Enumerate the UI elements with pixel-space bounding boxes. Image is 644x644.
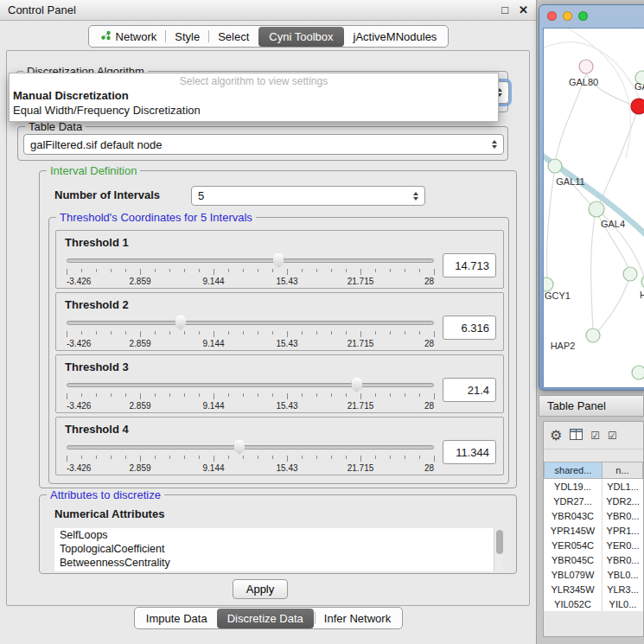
table-row[interactable]: YDR27...YDR2... (544, 494, 643, 508)
network-node[interactable] (623, 267, 637, 281)
group-title: Attributes to discretize (47, 488, 164, 501)
slider-tick-label: -3.426 (67, 339, 91, 348)
table-row[interactable]: YIL052CYIL0... (544, 596, 643, 611)
tab-jactivemodules[interactable]: jActiveMNodules (345, 29, 446, 45)
attribute-item[interactable]: TopologicalCoefficient (54, 542, 503, 556)
slider-track (67, 383, 434, 387)
slider-handle[interactable] (175, 316, 186, 330)
tab-label: Infer Network (324, 612, 391, 625)
select-columns-checkbox-icon[interactable]: ☑ (590, 430, 600, 441)
tab-label: Select (218, 30, 249, 43)
minimize-traffic-icon[interactable] (563, 11, 572, 21)
tab-label: Discretize Data (227, 612, 303, 625)
close-traffic-icon[interactable] (547, 11, 557, 21)
slider-tick-label: 21.715 (348, 277, 374, 286)
attributes-group: Attributes to discretize Numerical Attri… (39, 494, 517, 574)
attribute-item[interactable]: BetweennessCentrality (54, 556, 503, 570)
number-of-intervals-select[interactable]: 5 (191, 186, 425, 206)
float-window-icon[interactable]: □ (501, 4, 508, 16)
network-node[interactable] (631, 99, 644, 114)
network-node[interactable] (548, 159, 562, 173)
scrollbar-thumb[interactable] (496, 530, 503, 554)
zoom-traffic-icon[interactable] (578, 11, 588, 21)
slider-handle[interactable] (351, 378, 362, 392)
numerical-attributes-list[interactable]: SelfLoops TopologicalCoefficient Between… (54, 528, 503, 571)
threshold-value-field[interactable]: 21.4 (443, 378, 496, 402)
network-node[interactable] (579, 60, 593, 73)
table-cell: YER054C (544, 538, 603, 552)
tab-label: Cyni Toolbox (269, 30, 333, 43)
network-node-label: GCY1 (545, 290, 571, 301)
network-view-window: GAL80GAGAL11GAL4GCY1HHAP2 (539, 4, 644, 391)
popup-item-manual-discretization[interactable]: Manual Discretization (10, 88, 498, 103)
table-cell: YBR0... (603, 508, 643, 523)
slider-tick-label: 2.859 (129, 401, 150, 411)
slider-ticks (67, 456, 434, 462)
threshold-value-field[interactable]: 11.344 (443, 440, 496, 464)
tab-infer-network[interactable]: Infer Network (316, 610, 399, 627)
network-edge (598, 281, 628, 331)
threshold-slider[interactable]: -3.4262.8599.14415.4321.71528 (67, 437, 434, 474)
slider-tick-label: 15.43 (276, 339, 297, 348)
apply-button[interactable]: Apply (233, 579, 288, 599)
threshold-panel: Threshold 1-3.4262.8599.14415.4321.71528… (55, 230, 504, 289)
column-header-name[interactable]: n... (603, 462, 643, 479)
network-node[interactable] (632, 366, 644, 379)
network-node[interactable] (586, 328, 600, 342)
combo-stepper-icon (408, 192, 418, 201)
slider-tick-label: 28 (424, 277, 434, 286)
slider-tick-label: -3.426 (67, 401, 91, 411)
threshold-value-field[interactable]: 14.713 (443, 253, 496, 277)
select-rows-checkbox-icon[interactable]: ☑ (608, 430, 617, 441)
popup-item-equal-width-frequency[interactable]: Equal Width/Frequency Discretization (10, 103, 498, 118)
table-rows: YDL19...YDL1...YDR27...YDR2...YBR043CYBR… (544, 479, 643, 611)
tab-style[interactable]: Style (166, 29, 208, 45)
slider-tick-label: 15.43 (276, 401, 297, 411)
tab-impute-data[interactable]: Impute Data (137, 610, 216, 627)
threshold-slider[interactable]: -3.4262.8599.14415.4321.71528 (67, 375, 434, 411)
settings-gear-icon[interactable]: ⚙ (550, 429, 562, 443)
control-panel-titlebar[interactable]: Control Panel □ ✕ (0, 0, 536, 21)
table-cell: YDR27... (544, 494, 603, 508)
column-header-shared-name[interactable]: shared... (544, 462, 603, 479)
network-node-label: H (640, 290, 644, 300)
table-row[interactable]: YLR345WYLR3... (544, 582, 643, 596)
tab-network[interactable]: Network (92, 29, 166, 45)
attribute-item[interactable]: SelfLoops (54, 528, 503, 542)
tab-label: Network (116, 30, 157, 43)
window-traffic-lights (547, 11, 588, 21)
table-row[interactable]: YDL19...YDL1... (544, 479, 643, 494)
attributes-scrollbar[interactable] (494, 528, 503, 571)
slider-tick-label: 2.859 (129, 463, 150, 473)
table-row[interactable]: YPR145WYPR1... (544, 523, 643, 538)
close-icon[interactable]: ✕ (519, 4, 528, 16)
tab-label: Style (175, 30, 200, 43)
slider-tick-label: 15.43 (276, 463, 297, 473)
slider-tick-label: 2.859 (129, 339, 150, 348)
slider-handle[interactable] (233, 440, 245, 455)
threshold-slider[interactable]: -3.4262.8599.14415.4321.71528 (67, 251, 434, 287)
table-row[interactable]: YER054CYER0... (544, 538, 643, 552)
tab-select[interactable]: Select (209, 29, 258, 45)
table-row[interactable]: YBR045CYBR0... (544, 552, 643, 567)
table-panel-titlebar[interactable]: Table Panel (539, 395, 644, 417)
network-node[interactable] (589, 201, 604, 217)
network-canvas[interactable]: GAL80GAGAL11GAL4GCY1HHAP2 (543, 28, 644, 388)
interval-definition-group: Interval Definition Number of Intervals … (39, 170, 517, 488)
network-node-label: GAL80 (569, 77, 598, 87)
threshold-slider[interactable]: -3.4262.8599.14415.4321.71528 (67, 313, 434, 349)
table-cell: YIL052C (544, 596, 603, 611)
tab-discretize-data[interactable]: Discretize Data (217, 609, 314, 628)
slider-handle[interactable] (273, 253, 284, 268)
table-data-select[interactable]: galFiltered.sif default node (23, 134, 504, 155)
columns-icon[interactable] (570, 429, 583, 443)
network-node[interactable] (544, 277, 553, 291)
threshold-panel: Threshold 4-3.4262.8599.14415.4321.71528… (55, 417, 504, 475)
table-row[interactable]: YBR043CYBR0... (544, 508, 643, 523)
table-row[interactable]: YBL079WYBL0... (544, 567, 643, 582)
slider-tick-label: 2.859 (129, 277, 150, 286)
network-node-label: GA (634, 81, 644, 92)
table-cell: YBL0... (603, 567, 643, 582)
threshold-value-field[interactable]: 6.316 (443, 316, 496, 340)
tab-cyni-toolbox[interactable]: Cyni Toolbox (258, 27, 343, 47)
